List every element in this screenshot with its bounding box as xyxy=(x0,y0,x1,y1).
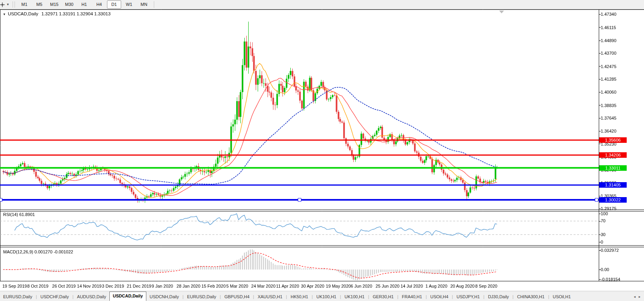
top-toolbar: ▼ M1M5M15M30H1H4D1W1MN xyxy=(0,0,644,9)
chart-tab-bar: EURUSD,Daily|USDCHF,Daily|AUDUSD,DailyUS… xyxy=(0,291,644,301)
mt4-terminal: { "toolbar": { "dropdown_glyph": "▼", "t… xyxy=(0,0,644,301)
chart-tab-dj30-daily[interactable]: DJ30,Daily xyxy=(485,293,512,301)
rsi-axis-tick: 0 xyxy=(601,240,603,244)
price-axis-tick: 1.38835 xyxy=(601,103,616,108)
price-axis-tick: 1.43700 xyxy=(601,51,616,55)
toolbar-divider xyxy=(154,1,154,8)
timeframe-button-m30[interactable]: M30 xyxy=(62,0,76,9)
chart-shift-marker-icon[interactable] xyxy=(499,11,504,13)
macd-axis-tick: 0.00 xyxy=(601,267,609,272)
macd-axis-tick: 0.032972 xyxy=(601,248,619,253)
timeframe-button-m5[interactable]: M5 xyxy=(32,0,46,9)
price-level-badge[interactable]: 1.31405 xyxy=(599,182,627,188)
chart-tab-gbpusd-h4[interactable]: GBPUSD,H4 xyxy=(221,293,253,301)
time-axis-label: 5 Mar 2020 xyxy=(226,284,248,288)
chart-tab-ger30-h1[interactable]: GER30,H1 xyxy=(369,293,397,301)
chevron-down-icon[interactable]: ▼ xyxy=(5,1,12,9)
chart-tab-usoil-h1[interactable]: USOil,H1 xyxy=(550,293,574,301)
time-axis-label: 8 Oct 2019 xyxy=(27,284,48,288)
chart-symbol-label: USDCAD,Daily xyxy=(8,11,38,16)
time-axis-label: 14 Nov 2019 xyxy=(77,284,101,288)
chart-tab-usdchf-daily[interactable]: USDCHF,Daily xyxy=(37,293,72,301)
tab-scroll-arrows: ◂▸ xyxy=(632,295,642,299)
chart-title: ▼USDCAD,Daily1.32971 1.33191 1.32904 1.3… xyxy=(3,11,111,16)
price-level-badge[interactable]: 1.34206 xyxy=(599,152,627,158)
timeframe-button-h1[interactable]: H1 xyxy=(77,0,91,9)
price-axis-tick: 1.41285 xyxy=(601,77,616,81)
price-axis-tick: 1.29175 xyxy=(601,206,616,211)
chart-tab-usoil-h4[interactable]: USOil,H4 xyxy=(427,293,452,301)
price-chart-canvas[interactable] xyxy=(0,0,644,301)
chart-tab-eurusd-daily[interactable]: EURUSD,Daily xyxy=(0,293,35,301)
chart-tab-usdcad-daily[interactable]: USDCAD,Daily xyxy=(109,292,146,301)
timeframe-button-d1[interactable]: D1 xyxy=(107,0,121,9)
timeframe-button-w1[interactable]: W1 xyxy=(122,0,136,9)
timeframe-button-mn[interactable]: MN xyxy=(137,0,151,9)
price-level-badge[interactable]: 1.30022 xyxy=(599,197,627,203)
tab-scroll-right-icon[interactable]: ▸ xyxy=(637,295,642,299)
chart-tabs: EURUSD,Daily|USDCHF,Daily|AUDUSD,DailyUS… xyxy=(0,292,574,301)
chart-tab-hk50-h1[interactable]: HK50,H1 xyxy=(288,293,312,301)
time-axis-label: 26 Oct 2019 xyxy=(52,284,76,288)
price-axis-tick: 1.37645 xyxy=(601,116,616,120)
chart-tab-usdcnh-daily[interactable]: USDCNH,Daily xyxy=(146,293,182,301)
price-level-badge[interactable]: 1.33011 xyxy=(599,165,627,171)
time-axis-label: 11 Apr 2020 xyxy=(276,284,299,288)
chart-tab-eurusd-daily[interactable]: EURUSD,Daily xyxy=(184,293,220,301)
time-axis-label: 1 Aug 2020 xyxy=(425,284,447,288)
tab-scroll-left-icon[interactable]: ◂ xyxy=(632,295,637,299)
chart-tab-audusd-daily[interactable]: AUDUSD,Daily xyxy=(74,293,109,301)
chart-tab-xauusd-h1[interactable]: XAUUSD,H1 xyxy=(255,293,286,301)
rsi-indicator-label: RSI(14) 61.8901 xyxy=(3,212,35,217)
chart-tab-uk100-h1[interactable]: UK100,H1 xyxy=(341,293,368,301)
price-level-badge[interactable]: 1.35606 xyxy=(599,137,627,143)
rsi-axis-tick: 30 xyxy=(601,232,605,237)
time-axis-label: 28 Jan 2020 xyxy=(177,284,201,288)
timeframe-button-h4[interactable]: H4 xyxy=(92,0,106,9)
chart-tab-china300-h1[interactable]: CHINA300,H1 xyxy=(514,293,548,301)
chart-ohlc-values: 1.32971 1.33191 1.32904 1.33013 xyxy=(41,11,111,16)
time-axis-label: 20 Aug 2020 xyxy=(450,284,475,288)
timeframe-button-m1[interactable]: M1 xyxy=(17,0,31,9)
macd-indicator-label: MACD(12,26,9) 0.001270 -0.001022 xyxy=(3,249,73,254)
rsi-axis-tick: 70 xyxy=(601,218,605,223)
time-axis-label: 25 Jun 2020 xyxy=(376,284,400,288)
crosshair-tool-icon[interactable] xyxy=(0,2,5,8)
price-axis-tick: 1.47340 xyxy=(601,12,616,17)
timeframe-button-m15[interactable]: M15 xyxy=(47,0,61,9)
timeframe-button-group: M1M5M15M30H1H4D1W1MN xyxy=(17,0,151,9)
time-axis-label: 3 Dec 2019 xyxy=(102,284,124,288)
time-axis-label: 21 Dec 2019 xyxy=(127,284,151,288)
toolbar-grip-handle[interactable] xyxy=(13,2,15,7)
ohlc-collapse-icon[interactable]: ▼ xyxy=(3,13,6,16)
time-axis-label: 14 Jul 2020 xyxy=(400,284,423,288)
chart-tab-fra40-h1[interactable]: FRA40,H1 xyxy=(399,293,425,301)
time-axis-label: 6 Jun 2020 xyxy=(351,284,372,288)
time-axis-label: 30 Apr 2020 xyxy=(301,284,324,288)
time-axis-label: 9 Jan 2020 xyxy=(152,284,173,288)
chart-tab-uk100-h1[interactable]: UK100,H1 xyxy=(313,293,340,301)
chart-tab-usdjpy-h1[interactable]: USDJPY,H1 xyxy=(453,293,483,301)
time-axis-label: 8 Sep 2020 xyxy=(475,284,497,288)
price-axis-tick: 1.40060 xyxy=(601,90,616,94)
time-axis-label: 19 Sep 2019 xyxy=(2,284,27,288)
price-axis-tick: 1.46115 xyxy=(601,25,616,30)
macd-axis-tick: -0.018154 xyxy=(601,277,620,282)
rsi-axis-tick: 100 xyxy=(601,211,608,216)
time-axis-label: 24 Mar 2020 xyxy=(251,284,276,288)
time-axis-label: 15 Feb 2020 xyxy=(201,284,226,288)
time-axis-label: 19 May 2020 xyxy=(326,284,351,288)
price-axis-tick: 1.42475 xyxy=(601,64,616,69)
price-axis-tick: 1.44890 xyxy=(601,38,616,43)
price-axis-tick: 1.36420 xyxy=(601,129,616,133)
